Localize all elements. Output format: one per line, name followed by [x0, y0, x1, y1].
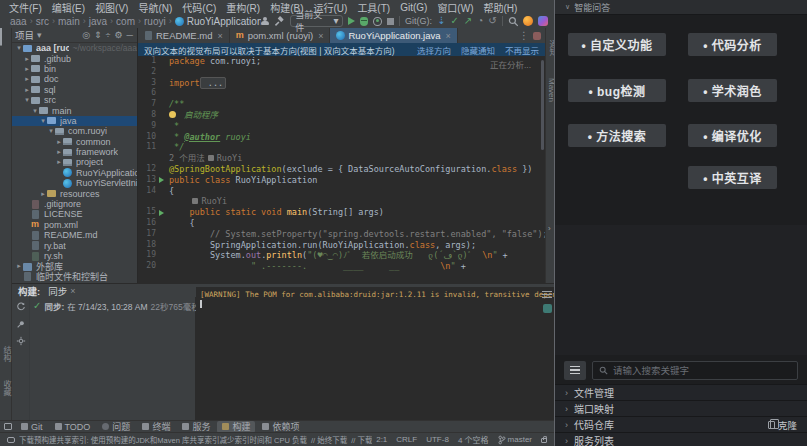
build-sync-pane[interactable]: ✓ 同步: 在 7/14/23, 10:28 AM 22秒765毫秒: [30, 297, 196, 420]
tree-collapsed-icon[interactable]: ▸: [55, 138, 63, 146]
editor-tab[interactable]: RuoYiApplication.java×: [330, 28, 457, 43]
indent-size[interactable]: 4 个空格: [458, 434, 489, 445]
caret-position[interactable]: 2:1: [376, 435, 387, 444]
build-console[interactable]: [WARNING] The POM for com.alibaba:druid:…: [196, 287, 554, 420]
tool-window-button-terminal[interactable]: 终端: [137, 421, 175, 433]
tree-collapsed-icon[interactable]: ▸: [55, 158, 63, 166]
tool-window-button-problems[interactable]: 问题: [97, 421, 135, 433]
tree-item[interactable]: ▾main: [12, 105, 137, 115]
hide-panel-icon[interactable]: ─: [126, 30, 134, 40]
editor-tab[interactable]: README.md×: [138, 28, 230, 43]
assistant-button[interactable]: • 学术润色: [688, 79, 777, 102]
scroll-to-end-icon[interactable]: [543, 304, 552, 313]
tree-expanded-icon[interactable]: ▾: [31, 107, 39, 115]
intention-bulb-icon[interactable]: [169, 111, 176, 118]
project-stripe-icon[interactable]: [0, 27, 2, 46]
vcs-history-icon[interactable]: ◔: [477, 16, 483, 26]
tree-item[interactable]: 临时文件和控制台: [12, 272, 137, 282]
editor-scrollbar[interactable]: [541, 60, 544, 150]
breadcrumb-item[interactable]: com: [116, 16, 135, 27]
tree-collapsed-icon[interactable]: ▸: [23, 55, 31, 63]
status-link[interactable]: // 下载一次: [351, 434, 372, 445]
collapse-chevron-icon[interactable]: ›: [548, 224, 551, 233]
locate-file-icon[interactable]: ◎: [81, 30, 91, 40]
build-hammer-icon[interactable]: [274, 16, 285, 27]
clone-button[interactable]: 克隆: [768, 418, 797, 432]
tree-item[interactable]: ▸.github: [12, 53, 137, 63]
tree-item[interactable]: ▸project: [12, 157, 137, 167]
breadcrumb-item[interactable]: aaa: [10, 16, 27, 27]
panel-section[interactable]: ›文件管理: [555, 384, 807, 400]
tree-expanded-icon[interactable]: ▾: [47, 127, 55, 135]
expand-all-icon[interactable]: ⇕: [93, 30, 103, 40]
banner-link[interactable]: 不再显示: [505, 44, 539, 56]
tree-item[interactable]: ▸doc: [12, 74, 137, 84]
tree-collapsed-icon[interactable]: ▸: [39, 190, 47, 198]
tool-window-button-dependencies[interactable]: 依赖项: [257, 421, 304, 433]
tree-item[interactable]: RuoYiServletInitiali: [12, 178, 137, 188]
search-input[interactable]: [613, 365, 791, 376]
tree-item[interactable]: ▸bin: [12, 64, 137, 74]
line-ending[interactable]: CRLF: [396, 435, 417, 444]
plugin-colored-icon[interactable]: [538, 16, 548, 26]
tree-collapsed-icon[interactable]: ▸: [23, 86, 31, 94]
tree-item[interactable]: RuoYiApplication: [12, 168, 137, 178]
panel-section[interactable]: ›代码仓库克隆: [555, 416, 807, 432]
stop-button[interactable]: [387, 18, 394, 25]
tool-window-button-services[interactable]: 服务: [177, 421, 215, 433]
tree-expanded-icon[interactable]: ▾: [15, 44, 23, 52]
tool-window-button-build[interactable]: 构建: [217, 421, 255, 433]
user-icon[interactable]: [261, 17, 270, 26]
tree-item[interactable]: pom.xml: [12, 220, 137, 230]
stripe-toggle-icon[interactable]: [4, 423, 12, 430]
assistant-plugin-icon[interactable]: [533, 32, 541, 40]
vcs-push-icon[interactable]: ↗: [464, 16, 472, 26]
git-branch-widget[interactable]: master: [498, 435, 532, 445]
menu-item[interactable]: 帮助(H): [478, 0, 522, 15]
structure-stripe-button[interactable]: 结构: [1, 346, 12, 362]
tree-item[interactable]: ▾java: [12, 116, 137, 126]
vcs-update-icon[interactable]: ⇣: [437, 16, 445, 26]
chevron-down-icon[interactable]: ▾: [36, 30, 43, 40]
status-link[interactable]: // 始终下载: [311, 434, 347, 445]
tool-window-button-git[interactable]: Git: [16, 421, 48, 433]
tree-collapsed-icon[interactable]: ▸: [15, 262, 23, 270]
breadcrumb-item[interactable]: src: [36, 16, 49, 27]
tree-item[interactable]: .gitignore: [12, 199, 137, 209]
menu-item[interactable]: 代码(C): [177, 0, 221, 15]
tree-expanded-icon[interactable]: ▾: [39, 117, 47, 125]
menu-item[interactable]: 编辑(E): [47, 0, 90, 15]
tree-collapsed-icon[interactable]: ▸: [55, 148, 63, 156]
assistant-button[interactable]: • 代码分析: [688, 33, 777, 56]
breadcrumb-item[interactable]: main: [58, 16, 80, 27]
breadcrumb-item[interactable]: java: [89, 16, 107, 27]
panel-section[interactable]: ›端口映射: [555, 400, 807, 416]
menu-item[interactable]: Git(G): [395, 2, 432, 13]
panel-search-box[interactable]: [592, 361, 798, 380]
menu-item[interactable]: 文件(F): [4, 0, 47, 15]
tree-item[interactable]: ▸resources: [12, 188, 137, 198]
assistant-button[interactable]: • 自定义功能: [568, 33, 666, 56]
assistant-button[interactable]: • 中英互译: [688, 166, 777, 189]
close-tab-icon[interactable]: ×: [217, 31, 222, 41]
kebab-menu-icon[interactable]: ⋮: [519, 31, 529, 41]
assistant-chat-area[interactable]: [555, 225, 807, 355]
tree-item[interactable]: ▸common: [12, 137, 137, 147]
assistant-button[interactable]: • 编译优化: [688, 124, 777, 147]
pin-icon[interactable]: [16, 319, 26, 329]
run-button[interactable]: [348, 17, 355, 25]
breadcrumb-item[interactable]: RuoYiApplication: [175, 16, 261, 27]
run-gutter-icon[interactable]: [159, 210, 164, 216]
filter-settings-icon[interactable]: [16, 336, 26, 346]
menu-item[interactable]: 视图(V): [90, 0, 133, 15]
assistant-button[interactable]: • bug检测: [568, 79, 666, 102]
vcs-rollback-icon[interactable]: ↺: [488, 16, 496, 26]
search-icon[interactable]: [508, 16, 519, 27]
coverage-button[interactable]: [373, 17, 382, 26]
menu-item[interactable]: 导航(N): [133, 0, 177, 15]
tree-item[interactable]: ▾aaa [ruoyi]~/workspace/aaa: [12, 43, 137, 53]
sync-status-row[interactable]: ✓ 同步: 在 7/14/23, 10:28 AM 22秒765毫秒: [33, 300, 192, 312]
tree-collapsed-icon[interactable]: ▸: [23, 65, 31, 73]
tree-item[interactable]: README.md: [12, 230, 137, 240]
close-tab-icon[interactable]: ×: [446, 31, 451, 41]
